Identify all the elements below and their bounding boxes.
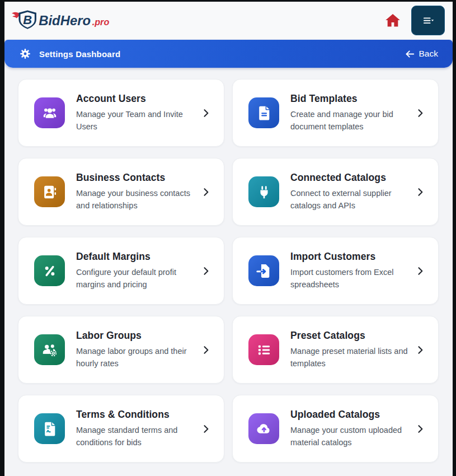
chevron-right-icon (415, 186, 426, 198)
page-title: Settings Dashboard (39, 49, 120, 59)
chevron-right-icon (200, 186, 211, 198)
percent-icon (34, 255, 65, 286)
card-title: Bid Templates (290, 93, 411, 105)
card-title: Business Contacts (76, 172, 197, 184)
bidhero-logo[interactable]: B BidHero .pro (10, 9, 120, 32)
chevron-right-icon (415, 423, 426, 435)
card-description: Manage preset material lists and templat… (290, 346, 411, 370)
card-business-contacts[interactable]: Business ContactsManage your business co… (18, 158, 224, 226)
chevron-right-icon (415, 344, 426, 356)
chevron-right-icon (415, 108, 426, 119)
file-contract-icon (34, 413, 65, 444)
card-description: Manage your business contacts and relati… (76, 188, 197, 212)
card-description: Manage labor groups and their hourly rat… (76, 346, 197, 370)
menu-button[interactable] (411, 6, 445, 35)
card-terms-conditions[interactable]: Terms & ConditionsManage standard terms … (18, 395, 224, 463)
address-book-icon (34, 176, 65, 207)
chevron-right-icon (200, 108, 211, 119)
card-title: Connected Catalogs (290, 172, 411, 184)
card-title: Uploaded Catalogs (290, 409, 411, 421)
card-description: Manage your custom uploaded material cat… (290, 424, 411, 449)
gear-icon (19, 48, 31, 60)
cloud-upload-icon (248, 413, 279, 444)
card-title: Labor Groups (76, 330, 197, 342)
back-button[interactable]: Back (405, 49, 438, 59)
card-description: Manage standard terms and conditions for… (76, 424, 197, 449)
chevron-right-icon (200, 265, 211, 277)
list-icon (248, 334, 279, 365)
plug-icon (248, 176, 279, 207)
settings-grid: Account UsersManage your Team and Invite… (4, 68, 453, 475)
svg-text:B: B (23, 12, 32, 26)
card-description: Connect to external supplier catalogs an… (290, 188, 411, 212)
arrow-left-icon (405, 49, 415, 59)
logo-brand-text: BidHero (39, 12, 91, 27)
card-description: Import customers from Excel spreadsheets (290, 267, 411, 291)
users-icon (34, 97, 65, 128)
card-uploaded-catalogs[interactable]: Uploaded CatalogsManage your custom uplo… (232, 395, 439, 463)
card-connected-catalogs[interactable]: Connected CatalogsConnect to external su… (232, 158, 439, 226)
card-import-customers[interactable]: Import CustomersImport customers from Ex… (232, 237, 439, 305)
settings-bar: Settings Dashboard Back (4, 40, 453, 68)
list-menu-icon (421, 14, 435, 27)
card-description: Create and manage your bid document temp… (290, 109, 411, 133)
file-import-icon (248, 255, 279, 286)
card-title: Preset Catalogs (290, 330, 411, 342)
back-label: Back (419, 49, 438, 59)
card-description: Configure your default profit margins an… (76, 267, 197, 291)
users-gear-icon (34, 334, 65, 365)
home-icon (384, 12, 402, 30)
card-default-margins[interactable]: Default MarginsConfigure your default pr… (18, 237, 224, 305)
card-title: Import Customers (290, 251, 411, 263)
chevron-right-icon (415, 265, 426, 277)
file-text-icon (248, 97, 279, 128)
card-title: Account Users (76, 93, 197, 105)
chevron-right-icon (200, 423, 211, 435)
home-button[interactable] (384, 12, 402, 30)
card-account-users[interactable]: Account UsersManage your Team and Invite… (18, 79, 224, 147)
card-preset-catalogs[interactable]: Preset CatalogsManage preset material li… (232, 316, 439, 384)
card-bid-templates[interactable]: Bid TemplatesCreate and manage your bid … (232, 79, 439, 147)
app-window: B BidHero .pro (4, 2, 453, 476)
top-header: B BidHero .pro (4, 2, 453, 39)
card-labor-groups[interactable]: Labor GroupsManage labor groups and thei… (18, 316, 224, 384)
bidhero-logo-icon: B BidHero .pro (10, 9, 120, 32)
chevron-right-icon (200, 344, 211, 356)
card-description: Manage your Team and Invite Users (76, 109, 197, 133)
logo-tld-text: .pro (92, 16, 110, 26)
card-title: Default Margins (76, 251, 197, 263)
card-title: Terms & Conditions (76, 409, 197, 421)
